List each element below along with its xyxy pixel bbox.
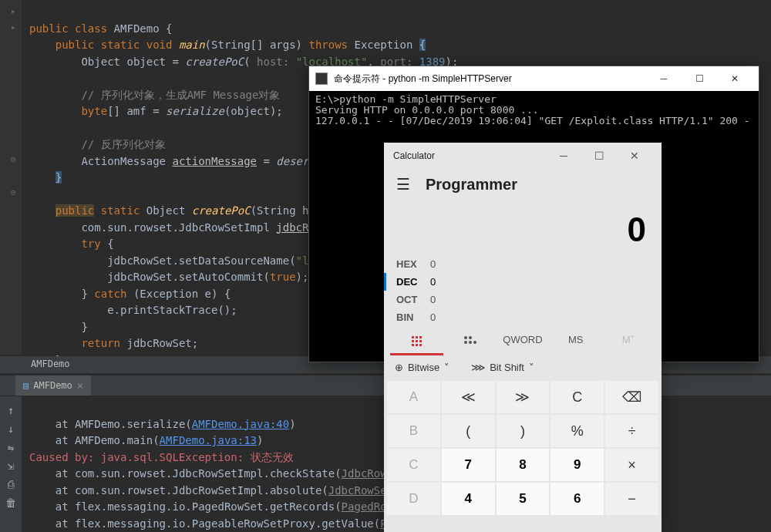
key-backspace[interactable]: ⌫ (605, 381, 658, 413)
tab-bits[interactable] (443, 329, 497, 355)
maximize-button[interactable]: ☐ (581, 150, 617, 162)
tab-m[interactable]: M˅ (602, 329, 655, 355)
svg-rect-2 (419, 336, 422, 338)
gutter-fold-icon[interactable]: ⊖ (11, 187, 19, 195)
wrap-icon[interactable]: ⇋ (8, 441, 14, 453)
shift-icon: ⋙ (471, 362, 485, 373)
tab-icon: ▤ (23, 380, 29, 391)
key-a[interactable]: A (387, 381, 440, 413)
key-4[interactable]: 4 (442, 483, 495, 515)
gutter-run-icon[interactable]: ▸ (11, 22, 19, 30)
tab-label: AMFDemo (33, 380, 72, 391)
svg-rect-0 (412, 336, 414, 338)
calc-header: ☰ Programmer (384, 169, 662, 200)
cmd-output[interactable]: E:\>python -m SimpleHTTPServer Serving H… (309, 91, 759, 130)
gutter-run-icon[interactable]: ▸ (11, 6, 19, 14)
trash-icon[interactable]: 🗑 (5, 497, 16, 509)
svg-rect-7 (416, 344, 418, 346)
key-subtract[interactable]: − (605, 483, 658, 515)
key-multiply[interactable]: × (605, 449, 658, 481)
key-rparen[interactable]: ) (497, 415, 550, 447)
svg-point-13 (473, 341, 476, 344)
key-b[interactable]: B (387, 415, 440, 447)
calculator-window: Calculator ─ ☐ ✕ ☰ Programmer 0 HEX0 DEC… (384, 143, 662, 532)
console-toolbar: ↑ ↓ ⇋ ⇲ ⎙ 🗑 (0, 396, 22, 532)
bits-icon (463, 335, 476, 347)
calc-display: 0 (384, 200, 662, 255)
svg-point-10 (469, 336, 472, 339)
hamburger-icon[interactable]: ☰ (396, 175, 410, 194)
tab-ms[interactable]: MS (549, 329, 602, 355)
svg-rect-8 (419, 344, 422, 346)
key-divide[interactable]: ÷ (605, 415, 658, 447)
tab-keypad[interactable] (390, 329, 443, 355)
close-icon[interactable]: × (77, 379, 83, 392)
editor-gutter: ▸ ▸ ⊖ ⊖ (0, 0, 22, 355)
calc-keypad: A ≪ ≫ C ⌫ B ( ) % ÷ C 7 8 9 × D 4 5 6 − (384, 379, 662, 517)
svg-point-11 (464, 341, 467, 344)
svg-rect-6 (412, 344, 414, 346)
maximize-button[interactable]: ☐ (682, 73, 717, 84)
chevron-down-icon: ˅ (529, 362, 534, 373)
key-lparen[interactable]: ( (442, 415, 495, 447)
run-tab[interactable]: ▤ AMFDemo × (15, 375, 91, 396)
bitshift-dropdown[interactable]: ⋙ Bit Shift ˅ (471, 362, 534, 373)
svg-rect-4 (416, 340, 418, 342)
cmd-titlebar[interactable]: 命令提示符 - python -m SimpleHTTPServer ─ ☐ ✕ (309, 66, 759, 91)
svg-rect-1 (416, 336, 418, 338)
bitwise-dropdown[interactable]: ⊕ Bitwise ˅ (395, 362, 449, 373)
calc-title-text: Calculator (393, 150, 435, 161)
down-icon[interactable]: ↓ (8, 423, 14, 435)
calc-mode: Programmer (426, 176, 517, 194)
base-dec[interactable]: DEC0 (384, 273, 649, 291)
print-icon[interactable]: ⎙ (8, 478, 14, 490)
calc-bases: HEX0 DEC0 OCT0 BIN0 (384, 255, 662, 326)
key-lshift[interactable]: ≪ (442, 381, 495, 413)
key-9[interactable]: 9 (550, 449, 604, 481)
base-bin[interactable]: BIN0 (396, 308, 649, 326)
export-icon[interactable]: ⇲ (8, 460, 14, 472)
key-percent[interactable]: % (550, 415, 604, 447)
calc-titlebar[interactable]: Calculator ─ ☐ ✕ (384, 143, 662, 169)
key-d[interactable]: D (387, 483, 440, 515)
base-hex[interactable]: HEX0 (396, 255, 649, 273)
up-icon[interactable]: ↑ (8, 404, 14, 416)
cmd-icon (315, 72, 328, 85)
svg-rect-3 (412, 340, 414, 342)
key-rshift[interactable]: ≫ (497, 381, 550, 413)
key-6[interactable]: 6 (550, 483, 604, 515)
close-button[interactable]: ✕ (717, 73, 752, 84)
svg-point-9 (464, 336, 467, 339)
key-7[interactable]: 7 (442, 449, 495, 481)
key-clear[interactable]: C (550, 381, 604, 413)
tab-qword[interactable]: QWORD (497, 329, 550, 355)
chevron-down-icon: ˅ (444, 362, 449, 373)
bitwise-icon: ⊕ (395, 362, 403, 373)
base-oct[interactable]: OCT0 (396, 291, 649, 308)
calc-view-tabs: QWORD MS M˅ (384, 326, 662, 355)
key-8[interactable]: 8 (497, 449, 550, 481)
keypad-icon (410, 335, 423, 347)
cmd-title-text: 命令提示符 - python -m SimpleHTTPServer (334, 72, 512, 86)
gutter-fold-icon[interactable]: ⊖ (11, 154, 19, 162)
svg-rect-5 (419, 340, 422, 342)
key-5[interactable]: 5 (497, 483, 550, 515)
svg-point-12 (469, 341, 472, 344)
close-button[interactable]: ✕ (617, 150, 652, 162)
minimize-button[interactable]: ─ (646, 73, 682, 84)
calc-bit-ops: ⊕ Bitwise ˅ ⋙ Bit Shift ˅ (384, 355, 662, 379)
key-c[interactable]: C (387, 449, 440, 481)
minimize-button[interactable]: ─ (546, 150, 581, 162)
